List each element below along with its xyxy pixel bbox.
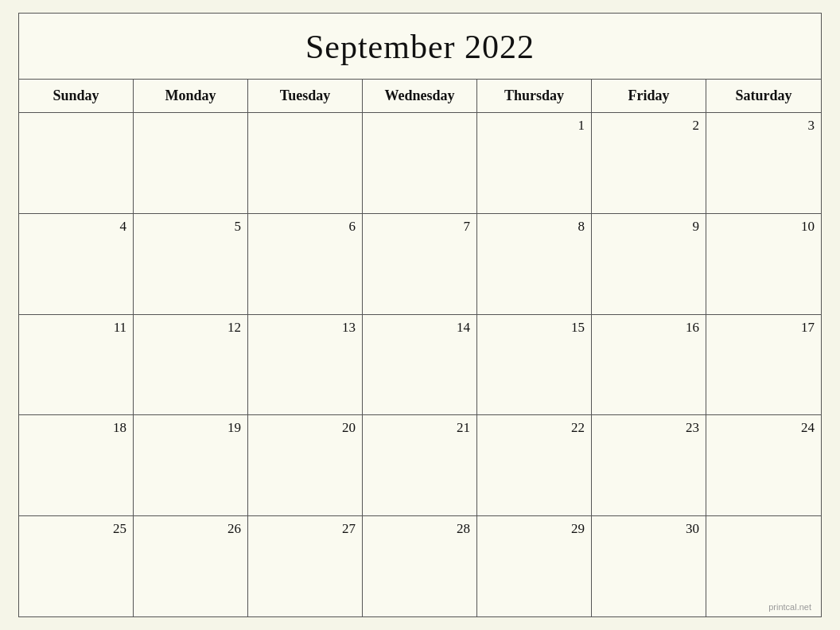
day-cell: 26: [134, 516, 248, 616]
day-cell: 4: [19, 214, 134, 314]
day-cell: 13: [248, 315, 363, 415]
day-number: 29: [484, 521, 585, 537]
day-cell: 15: [477, 315, 592, 415]
calendar-title: September 2022: [19, 14, 821, 80]
day-number: 30: [598, 521, 699, 537]
day-cell: 6: [248, 214, 363, 314]
day-number: 23: [598, 420, 699, 436]
day-header-monday: Monday: [134, 80, 248, 112]
day-cell: 16: [592, 315, 706, 415]
day-cell: 27: [248, 516, 363, 616]
day-number: 22: [484, 420, 585, 436]
day-header-saturday: Saturday: [706, 80, 821, 112]
day-header-thursday: Thursday: [477, 80, 592, 112]
day-cell: 19: [134, 415, 248, 515]
weeks-container: 1234567891011121314151617181920212223242…: [19, 113, 821, 616]
day-header-tuesday: Tuesday: [248, 80, 363, 112]
day-number: 26: [140, 521, 241, 537]
day-number: 21: [369, 420, 470, 436]
day-number: 3: [713, 118, 815, 134]
day-number: 9: [598, 219, 699, 235]
day-number: 27: [255, 521, 356, 537]
day-number: 6: [255, 219, 356, 235]
day-cell: 8: [477, 214, 592, 314]
calendar: September 2022 SundayMondayTuesdayWednes…: [18, 13, 822, 617]
day-cell: 30: [592, 516, 706, 616]
week-row-4: 18192021222324: [19, 415, 821, 516]
day-number: 14: [369, 320, 470, 336]
day-number: 15: [484, 320, 585, 336]
day-number: 25: [25, 521, 126, 537]
day-cell: printcal.net: [706, 516, 821, 616]
day-number: 28: [369, 521, 470, 537]
day-cell: 29: [477, 516, 592, 616]
day-cell: [134, 113, 248, 213]
day-cell: 28: [363, 516, 477, 616]
week-row-5: 252627282930printcal.net: [19, 516, 821, 616]
day-cell: 14: [363, 315, 477, 415]
day-cell: 25: [19, 516, 134, 616]
day-number: 4: [25, 219, 126, 235]
day-number: 8: [484, 219, 585, 235]
day-cell: 9: [592, 214, 706, 314]
day-headers-row: SundayMondayTuesdayWednesdayThursdayFrid…: [19, 80, 821, 113]
day-number: 19: [140, 420, 241, 436]
day-cell: 12: [134, 315, 248, 415]
day-cell: 20: [248, 415, 363, 515]
day-number: 5: [140, 219, 241, 235]
day-cell: 5: [134, 214, 248, 314]
day-number: 11: [25, 320, 126, 336]
day-number: 16: [598, 320, 699, 336]
day-cell: 2: [592, 113, 706, 213]
day-number: 18: [25, 420, 126, 436]
day-cell: 11: [19, 315, 134, 415]
week-row-2: 45678910: [19, 214, 821, 315]
day-cell: [363, 113, 477, 213]
day-cell: [248, 113, 363, 213]
day-number: 24: [713, 420, 815, 436]
day-number: 20: [255, 420, 356, 436]
day-cell: 10: [706, 214, 821, 314]
watermark: printcal.net: [768, 602, 811, 612]
day-cell: 18: [19, 415, 134, 515]
day-header-wednesday: Wednesday: [363, 80, 477, 112]
week-row-1: 123: [19, 113, 821, 214]
calendar-grid: SundayMondayTuesdayWednesdayThursdayFrid…: [19, 80, 821, 616]
day-cell: [19, 113, 134, 213]
day-cell: 3: [706, 113, 821, 213]
day-header-sunday: Sunday: [19, 80, 134, 112]
day-cell: 1: [477, 113, 592, 213]
day-cell: 17: [706, 315, 821, 415]
day-number: 2: [598, 118, 699, 134]
day-header-friday: Friday: [592, 80, 706, 112]
day-number: 17: [713, 320, 815, 336]
day-cell: 7: [363, 214, 477, 314]
week-row-3: 11121314151617: [19, 315, 821, 416]
day-number: 7: [369, 219, 470, 235]
day-number: 12: [140, 320, 241, 336]
day-cell: 21: [363, 415, 477, 515]
day-cell: 24: [706, 415, 821, 515]
day-cell: 22: [477, 415, 592, 515]
day-number: 1: [484, 118, 585, 134]
day-cell: 23: [592, 415, 706, 515]
day-number: 10: [713, 219, 815, 235]
day-number: 13: [255, 320, 356, 336]
